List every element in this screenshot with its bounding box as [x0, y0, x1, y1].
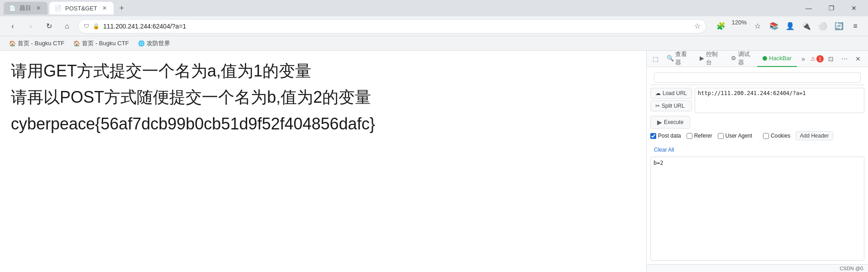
responsive-design-icon[interactable]: ⊡: [825, 52, 837, 65]
debugger-label: 调试器: [738, 51, 752, 67]
inspector-label: 查看器: [675, 51, 689, 67]
cookies-checkbox[interactable]: [763, 133, 769, 139]
bookmark-item-2[interactable]: 🏠 首页 - Bugku CTF: [70, 38, 132, 49]
tab-favicon: 📄: [9, 5, 16, 11]
url-row: ☁ Load URL ✂ Split URL http://111.200.24…: [650, 88, 864, 113]
devtools-more-options-icon[interactable]: ⋯: [838, 52, 851, 65]
execute-label: Execute: [664, 119, 683, 125]
cookies-label: Cookies: [771, 133, 790, 139]
devtools-footer: CSDN @0.: [647, 264, 868, 272]
reload-button[interactable]: ↻: [42, 19, 56, 33]
inspect-element-icon[interactable]: ⬚: [650, 52, 661, 65]
console-label: 控制台: [706, 51, 720, 67]
upload-icon: ☁: [655, 90, 661, 96]
debugger-icon: ⚙: [731, 55, 736, 62]
page-line-2: 请再以POST方式随便提交一个名为b,值为2的变量: [11, 86, 635, 109]
referer-checkbox-label[interactable]: Referer: [687, 133, 712, 139]
maximize-button[interactable]: ❐: [821, 1, 842, 15]
close-button[interactable]: ✕: [844, 1, 864, 15]
user-agent-label: User Agent: [725, 133, 752, 139]
error-badge: 1: [816, 55, 824, 62]
bookmark-favicon-3: 🌐: [138, 40, 145, 47]
footer-text: CSDN @0.: [839, 266, 864, 271]
sync-icon[interactable]: 🔄: [832, 19, 846, 33]
bookmarks-bar: 🏠 首页 - Bugku CTF 🏠 首页 - Bugku CTF 🌐 攻防世界: [0, 36, 868, 51]
post-data-checkbox[interactable]: [650, 133, 656, 139]
execute-button[interactable]: ▶ Execute: [650, 116, 690, 129]
tab-active[interactable]: 📄 POST&GET ✕: [49, 2, 114, 14]
bookmark-manager-icon[interactable]: 📚: [767, 19, 781, 33]
referer-checkbox[interactable]: [687, 133, 692, 139]
zoom-level: 120%: [730, 19, 749, 33]
bookmark-item-1[interactable]: 🏠 首页 - Bugku CTF: [5, 38, 68, 49]
tab-favicon-active: 📄: [55, 5, 62, 11]
tab-active-label: POST&GET: [65, 5, 97, 12]
devtools-panel: ⬚ 🔍 查看器 ▶ 控制台 ⚙ 调试器 HackBar: [646, 51, 868, 272]
hackbar-dot: [763, 56, 767, 61]
play-icon: ▶: [657, 119, 662, 126]
page-content: 请用GET方式提交一个名为a,值为1的变量 请再以POST方式随便提交一个名为b…: [0, 51, 646, 272]
execute-row: ▶ Execute: [650, 116, 864, 129]
post-data-label: Post data: [658, 133, 681, 139]
hackbar-content: ☁ Load URL ✂ Split URL http://111.200.24…: [647, 67, 868, 264]
url-display: 111.200.241.244:62404/?a=1: [103, 23, 691, 30]
profile-circle[interactable]: ⚪: [816, 19, 830, 33]
post-data-input[interactable]: b=2: [650, 157, 864, 261]
post-data-checkbox-label[interactable]: Post data: [650, 133, 681, 139]
minimize-button[interactable]: —: [798, 1, 819, 15]
forward-button[interactable]: ›: [24, 19, 38, 33]
security-icon: 🛡: [84, 23, 89, 29]
hackbar-label: HackBar: [769, 55, 792, 62]
tab-inspector[interactable]: 🔍 查看器: [661, 51, 695, 67]
tab-console[interactable]: ▶ 控制台: [694, 51, 725, 67]
bookmark-favicon-2: 🏠: [73, 40, 80, 47]
bookmark-item-3[interactable]: 🌐 攻防世界: [134, 38, 174, 49]
user-agent-checkbox-label[interactable]: User Agent: [718, 133, 752, 139]
load-url-button[interactable]: ☁ Load URL: [650, 88, 692, 99]
post-data-area: b=2: [650, 157, 864, 261]
page-flag: cyberpeace{56af7dcb99b0cb51d9f52f404856d…: [11, 113, 635, 135]
new-tab-button[interactable]: +: [115, 2, 128, 14]
bookmark-star-icon[interactable]: ☆: [694, 22, 701, 30]
referer-label: Referer: [694, 133, 712, 139]
tab-debugger[interactable]: ⚙ 调试器: [725, 51, 757, 67]
console-icon: ▶: [700, 55, 704, 62]
bookmark-label-1: 首页 - Bugku CTF: [18, 39, 64, 48]
address-bar[interactable]: 🛡 🔒 111.200.241.244:62404/?a=1 ☆: [78, 19, 706, 33]
back-button[interactable]: ‹: [5, 19, 20, 33]
more-tabs-icon[interactable]: »: [797, 52, 810, 65]
bookmark-label-2: 首页 - Bugku CTF: [82, 39, 129, 48]
clear-all-button[interactable]: Clear All: [650, 146, 678, 154]
cookies-checkbox-label[interactable]: Cookies: [763, 133, 790, 139]
error-icon: ⚠: [811, 56, 816, 62]
profile-icon[interactable]: 👤: [783, 19, 797, 33]
url-input[interactable]: http://111.200.241.244:62404/?a=1: [695, 88, 864, 113]
page-line-1: 请用GET方式提交一个名为a,值为1的变量: [11, 60, 635, 82]
load-url-label: Load URL: [663, 90, 687, 96]
split-url-button[interactable]: ✂ Split URL: [650, 100, 692, 111]
tab-active-close-btn[interactable]: ✕: [101, 5, 108, 12]
tab-label: 题目: [19, 4, 31, 12]
hackbar-search-input[interactable]: [654, 72, 861, 83]
hackbar-search-row: [650, 71, 864, 85]
menu-icon[interactable]: ≡: [848, 19, 863, 33]
bookmark-favicon-1: 🏠: [9, 40, 16, 47]
bookmark-label-3: 攻防世界: [147, 39, 170, 48]
devtools-close-icon[interactable]: ✕: [852, 52, 864, 65]
nav-bar: ‹ › ↻ ⌂ 🛡 🔒 111.200.241.244:62404/?a=1 ☆…: [0, 16, 868, 36]
tab-inactive[interactable]: 📄 题目 ✕: [4, 2, 48, 14]
bookmark-icon[interactable]: ☆: [750, 19, 765, 33]
options-row: Post data Referer User Agent Cookies: [650, 131, 864, 154]
user-agent-checkbox[interactable]: [718, 133, 724, 139]
split-icon: ✂: [655, 103, 660, 109]
tab-hackbar[interactable]: HackBar: [757, 51, 797, 67]
inspector-icon: 🔍: [667, 55, 674, 62]
url-buttons: ☁ Load URL ✂ Split URL: [650, 88, 692, 111]
devtools-more-actions: » ⚠ 1 ⊡ ⋯ ✕: [797, 52, 864, 65]
tab-close-btn[interactable]: ✕: [35, 5, 42, 12]
extensions-puzzle-icon[interactable]: 🔌: [799, 19, 814, 33]
extensions-icon[interactable]: 🧩: [714, 19, 728, 33]
home-button[interactable]: ⌂: [60, 19, 74, 33]
window-controls: — ❐ ✕: [798, 1, 864, 15]
add-header-button[interactable]: Add Header: [796, 131, 833, 140]
